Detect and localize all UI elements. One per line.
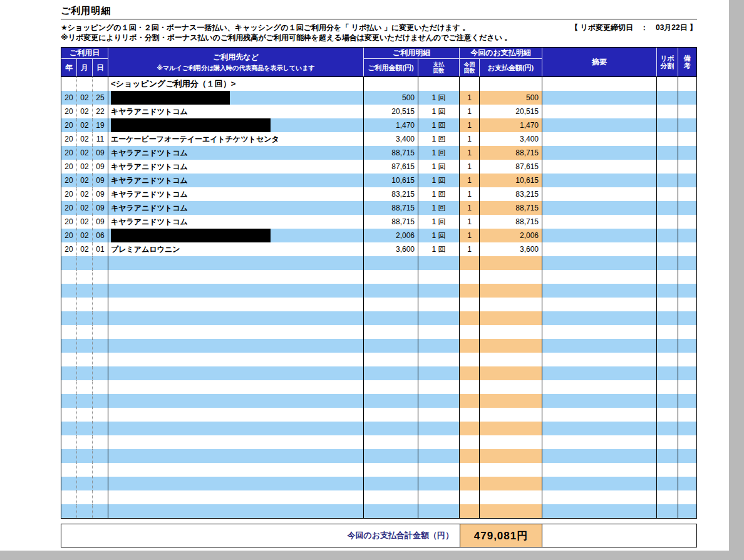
date-day-cell — [93, 449, 108, 463]
header-revo-split: リボ分割 — [657, 48, 678, 76]
date-day-cell: 09 — [93, 160, 108, 174]
redacted-merchant — [111, 118, 271, 132]
pay-count-cell — [418, 77, 460, 91]
pay-count-cell — [418, 435, 460, 449]
pay-count-cell: 1 回 — [418, 187, 460, 201]
current-count-cell — [460, 325, 480, 339]
current-count-cell — [460, 408, 480, 422]
merchant-cell — [108, 394, 364, 408]
revo-split-cell — [657, 339, 678, 353]
summary-cell — [542, 270, 657, 284]
current-count-cell: 1 — [460, 146, 480, 160]
usage-amount-cell: 3,400 — [364, 132, 418, 146]
header-remarks-label: 備考 — [684, 54, 691, 70]
pay-count-cell — [418, 477, 460, 490]
header-payment-amount: お支払金額(円) — [480, 59, 542, 76]
revo-split-cell — [657, 215, 678, 229]
merchant-cell — [108, 353, 364, 366]
pay-count-cell — [418, 422, 460, 435]
payment-amount-cell: 83,215 — [480, 187, 542, 201]
pay-count-cell — [418, 380, 460, 394]
merchant-cell — [108, 435, 364, 449]
summary-cell — [542, 380, 657, 394]
revo-split-cell — [657, 463, 678, 477]
date-day-cell: 25 — [93, 91, 108, 105]
current-count-cell: 1 — [460, 160, 480, 174]
payment-amount-cell — [480, 449, 542, 463]
total-label: 今回のお支払合計金額（円） — [61, 524, 460, 547]
date-year-cell: 20 — [61, 118, 77, 132]
summary-cell — [542, 187, 657, 201]
summary-cell — [542, 215, 657, 229]
date-day-cell — [93, 256, 108, 270]
header-summary: 摘要 — [542, 48, 657, 76]
revo-split-cell — [657, 298, 678, 311]
current-count-cell — [460, 339, 480, 353]
revo-split-cell — [657, 77, 678, 91]
transaction-row: 200209キヤラアニドツトコム87,6151 回187,615 — [61, 160, 696, 174]
revo-split-cell — [657, 105, 678, 118]
date-year-cell — [61, 311, 77, 325]
pay-count-cell: 1 回 — [418, 146, 460, 160]
current-count-cell — [460, 366, 480, 380]
date-year-cell — [61, 325, 77, 339]
remarks-cell — [678, 325, 696, 339]
transaction-row: 200209キヤラアニドツトコム83,2151 回183,215 — [61, 187, 696, 201]
merchant-cell: キヤラアニドツトコム — [108, 160, 364, 174]
payment-amount-cell: 88,715 — [480, 201, 542, 215]
header-pay-count: 支払回数 — [418, 59, 460, 76]
revo-split-cell — [657, 229, 678, 242]
notice-line-1: ★ショッピングの１回・２回・ボーナス一括払い、キャッシングの１回ご利用分を「 リ… — [61, 23, 697, 33]
usage-amount-cell — [364, 284, 418, 298]
payment-amount-cell — [480, 504, 542, 518]
merchant-cell: キヤラアニドツトコム — [108, 201, 364, 215]
date-day-cell — [93, 366, 108, 380]
date-day-cell — [93, 477, 108, 490]
payment-amount-cell — [480, 270, 542, 284]
revo-split-cell — [657, 256, 678, 270]
revo-split-cell — [657, 435, 678, 449]
header-year: 年 — [61, 59, 77, 76]
date-day-cell: 09 — [93, 146, 108, 160]
payment-amount-cell — [480, 408, 542, 422]
revo-split-cell — [657, 422, 678, 435]
date-day-cell — [93, 422, 108, 435]
revo-caution-text: ※リボ変更によりリボ・分割・ボーナス払いのご利用残高がご利用可能枠を超える場合は… — [61, 33, 697, 43]
merchant-cell — [108, 256, 364, 270]
current-count-cell: 1 — [460, 201, 480, 215]
current-count-cell — [460, 463, 480, 477]
revo-split-cell — [657, 490, 678, 504]
date-year-cell: 20 — [61, 132, 77, 146]
date-year-cell: 20 — [61, 201, 77, 215]
total-box: 今回のお支払合計金額（円） 479,081円 — [61, 524, 697, 547]
date-year-cell — [61, 270, 77, 284]
remarks-cell — [678, 270, 696, 284]
date-day-cell: 09 — [93, 187, 108, 201]
date-month-cell — [77, 256, 93, 270]
header-merchant-note: ※マルイご利用分は購入時の代表商品を表示しています — [157, 64, 315, 73]
date-year-cell — [61, 463, 77, 477]
date-year-cell — [61, 408, 77, 422]
transaction-row: 200211エーケービーフオーテイーエイトチケツトセンタ3,4001 回13,4… — [61, 132, 696, 146]
revo-split-cell — [657, 118, 678, 132]
current-count-cell — [460, 394, 480, 408]
payment-amount-cell: 88,715 — [480, 215, 542, 229]
date-year-cell — [61, 504, 77, 518]
summary-cell — [542, 118, 657, 132]
date-month-cell — [77, 380, 93, 394]
current-count-cell — [460, 477, 480, 490]
empty-row — [61, 339, 696, 353]
revo-split-cell — [657, 394, 678, 408]
date-year-cell: 20 — [61, 174, 77, 187]
summary-cell — [542, 408, 657, 422]
section-label: <ショッピングご利用分（１回）> — [111, 78, 235, 90]
payment-amount-cell — [480, 380, 542, 394]
revo-split-cell — [657, 477, 678, 490]
date-day-cell — [93, 77, 108, 91]
revo-split-cell — [657, 449, 678, 463]
usage-amount-cell — [364, 339, 418, 353]
redacted-merchant — [111, 229, 271, 242]
usage-amount-cell: 20,515 — [364, 105, 418, 118]
payment-amount-cell — [480, 77, 542, 91]
table-body: <ショッピングご利用分（１回）>2002255001 回1500200222キヤ… — [61, 77, 696, 518]
